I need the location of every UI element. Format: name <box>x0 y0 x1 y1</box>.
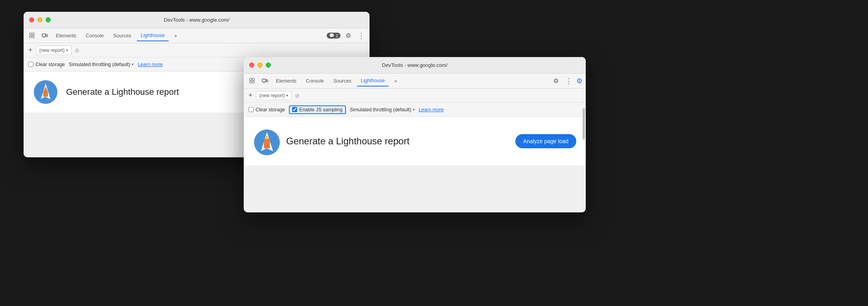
tab-more-back[interactable]: » <box>170 31 181 41</box>
selector-icon-front[interactable] <box>247 76 258 87</box>
sub-toolbar-back: + (new report) ▾ ⊘ <box>24 43 370 57</box>
new-report-dropdown[interactable]: (new report) ▾ <box>36 46 72 55</box>
title-bar-front: DevTools - www.google.com/ <box>244 57 586 74</box>
svg-point-26 <box>266 137 268 140</box>
minimize-button-front[interactable] <box>257 63 263 68</box>
close-button-front[interactable] <box>249 63 254 68</box>
svg-rect-19 <box>266 80 268 82</box>
device-icon[interactable] <box>39 30 50 41</box>
svg-rect-3 <box>32 36 34 38</box>
svg-rect-2 <box>29 36 31 38</box>
lighthouse-logo-back <box>33 79 58 105</box>
clear-storage-checkbox-front[interactable] <box>248 107 254 112</box>
settings-gear-front[interactable]: ⚙ <box>550 76 561 87</box>
close-button-back[interactable] <box>29 17 34 22</box>
clear-storage-label[interactable]: Clear storage <box>28 62 65 67</box>
more-menu-front[interactable]: ⋮ <box>564 77 574 85</box>
svg-rect-17 <box>252 81 254 83</box>
tab-elements-front[interactable]: Elements <box>272 76 300 86</box>
customize-icon[interactable]: ⚙ <box>576 77 583 85</box>
maximize-button-back[interactable] <box>46 17 51 22</box>
lighthouse-logo-front <box>253 129 278 154</box>
svg-rect-18 <box>262 79 266 82</box>
options-bar-front: Clear storage Enable JS sampling Simulat… <box>244 103 586 117</box>
clear-report-icon-front[interactable]: ⊘ <box>295 92 300 99</box>
toolbar-back: Elements Console Sources Lighthouse » 💬 … <box>24 28 370 43</box>
settings-gear-back[interactable]: ⚙ <box>343 30 354 41</box>
main-content-front: Generate a Lighthouse report Analyze pag… <box>244 117 586 166</box>
svg-rect-1 <box>32 33 34 35</box>
clear-report-icon[interactable]: ⊘ <box>75 47 79 53</box>
learn-more-front[interactable]: Learn more <box>419 107 444 112</box>
throttle-caret-front: ▾ <box>413 107 415 112</box>
svg-rect-10 <box>43 91 48 97</box>
window-title-back: DevTools - www.google.com/ <box>164 17 230 23</box>
generate-title-front: Generate a Lighthouse report <box>286 136 508 147</box>
tab-sources-back[interactable]: Sources <box>109 31 135 41</box>
tab-sources-front[interactable]: Sources <box>329 76 355 86</box>
tab-elements-back[interactable]: Elements <box>52 31 80 41</box>
chat-badge[interactable]: 💬 1 <box>327 33 340 39</box>
tab-lighthouse-front[interactable]: Lighthouse <box>357 76 389 87</box>
new-report-dropdown-front[interactable]: (new report) ▾ <box>256 91 292 100</box>
devtools-window-front: DevTools - www.google.com/ Elements Cons… <box>244 57 586 212</box>
enable-js-sampling-container[interactable]: Enable JS sampling <box>289 105 346 114</box>
svg-rect-5 <box>46 35 48 37</box>
svg-rect-16 <box>250 81 252 83</box>
throttle-select-back[interactable]: Simulated throttling (default) ▾ <box>69 62 134 67</box>
minimize-button-back[interactable] <box>37 17 42 22</box>
device-icon-front[interactable] <box>259 76 270 87</box>
window-title-front: DevTools - www.google.com/ <box>382 62 448 68</box>
add-report-icon-front[interactable]: + <box>248 91 253 100</box>
sub-toolbar-front: + (new report) ▾ ⊘ <box>244 88 586 103</box>
traffic-lights-front <box>249 63 271 68</box>
scrollbar[interactable] <box>583 108 585 140</box>
title-bar-back: DevTools - www.google.com/ <box>24 12 370 28</box>
clear-storage-label-front[interactable]: Clear storage <box>248 107 285 112</box>
toolbar-right-back: 💬 1 ⚙ ⋮ <box>327 30 366 41</box>
svg-rect-0 <box>29 33 31 35</box>
tab-console-back[interactable]: Console <box>82 31 108 41</box>
analyze-page-load-btn[interactable]: Analyze page load <box>515 134 576 148</box>
maximize-button-front[interactable] <box>266 63 271 68</box>
clear-storage-checkbox[interactable] <box>28 62 33 67</box>
more-menu-back[interactable]: ⋮ <box>356 31 366 40</box>
svg-rect-14 <box>250 78 252 80</box>
learn-more-back[interactable]: Learn more <box>138 62 163 67</box>
svg-rect-15 <box>252 78 254 80</box>
svg-rect-4 <box>42 34 46 37</box>
toolbar-front: Elements Console Sources Lighthouse » ⚙ … <box>244 74 586 88</box>
add-report-icon[interactable]: + <box>28 46 33 54</box>
tab-console-front[interactable]: Console <box>302 76 328 86</box>
toolbar-right-front: ⚙ ⋮ ⚙ <box>550 76 583 87</box>
svg-rect-24 <box>264 141 270 149</box>
traffic-lights-back <box>29 17 51 22</box>
tab-lighthouse-back[interactable]: Lighthouse <box>137 30 169 41</box>
throttle-caret: ▾ <box>132 62 134 66</box>
tab-more-front[interactable]: » <box>390 76 401 86</box>
selector-icon[interactable] <box>27 30 38 41</box>
throttle-select-front[interactable]: Simulated throttling (default) ▾ <box>350 107 415 112</box>
enable-js-sampling-checkbox[interactable] <box>292 107 297 112</box>
